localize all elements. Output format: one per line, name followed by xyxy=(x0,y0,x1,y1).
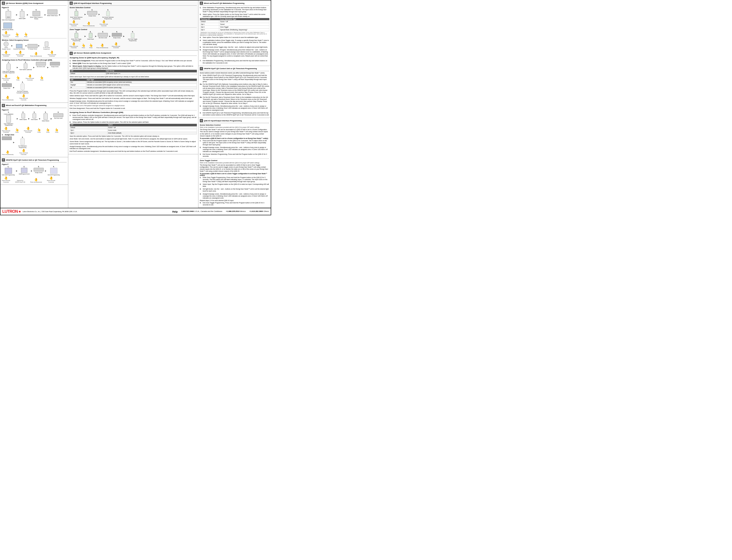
module-device xyxy=(34,168,44,171)
panel-g-header-top: G QSE-IO Input/Output Interface Programm… xyxy=(70,2,197,6)
panel-letter-d2: D xyxy=(70,52,73,55)
table-row: Opt 1 Scene mode xyxy=(70,129,197,132)
hand-icon: 🤚 xyxy=(6,96,9,99)
lutron-leaf-icon: ⬟ xyxy=(19,210,21,213)
step-label: Assign Zones xyxy=(35,172,42,173)
ws-cell: 'Scene + off' xyxy=(219,20,269,23)
d-step-8: Assign/Unassign zones. Simultaneously pr… xyxy=(70,100,197,104)
panel-title-e2: Wired seeTouch® QS Wallstation Programmi… xyxy=(204,2,244,4)
e-exit-step: 4. Exit Wallstation Programming xyxy=(16,136,29,148)
step-content: Select input. Tap the Program button on … xyxy=(203,183,269,187)
ws-footnote: * Wallstation must already be set up as … xyxy=(200,32,269,36)
hand-icon: 🤚 xyxy=(72,20,76,23)
press-e5: 👆 Press xyxy=(46,128,50,133)
table-row: IR Indicates an associated QSM IR receiv… xyxy=(70,86,197,89)
qse-device xyxy=(75,33,78,38)
step-content: For the GRAFIK Eye® QS (Optional; if ass… xyxy=(203,83,269,96)
phone-other: +1.610.282.3800 Others xyxy=(249,210,269,213)
step-content: Save the selected option. Press and hold… xyxy=(70,135,197,137)
table-row: Opt 2 Zone Mode (default) xyxy=(70,132,197,134)
arrow: ▶ xyxy=(39,118,40,120)
grafik-device xyxy=(21,168,27,173)
fr-step-2b: 2b. For the QS Timeclock: Add a Timecloc… xyxy=(200,96,269,104)
panel-letter-d: D xyxy=(2,2,5,5)
step-content: Assign/Unassign zones. All types: Simult… xyxy=(203,49,269,59)
f-intro: Scene buttons and/or remote timeclock ev… xyxy=(200,72,269,74)
step-content: For the QS Timeclock: Add a Timeclock Ev… xyxy=(203,96,269,104)
option-table: LED Option Default Scene + off Opt 1 Sce… xyxy=(70,124,197,134)
e-exit-row: 🤚 Press simultaneously 🤚 Press and hold3… xyxy=(2,149,67,155)
table-cell-group: QSM wired inputs 1-4. xyxy=(105,72,197,75)
sensor-illus: SelectDaylight Sensor xyxy=(2,42,11,50)
ws-cell: Default xyxy=(200,20,219,23)
step-label: Assign Zone xyxy=(3,87,10,89)
step-num: 2. xyxy=(23,111,24,113)
hand-icon: 🤚 xyxy=(50,51,54,54)
table-cell-led: Default xyxy=(70,72,105,75)
simult-f: 🤚 Press simultaneously xyxy=(30,178,42,183)
phone-mx-label: México xyxy=(240,210,246,212)
step-num: 2. xyxy=(23,166,25,167)
pico-section-title: Assigning Zones to Pico® Wireless Contro… xyxy=(2,59,67,61)
e-step-2b: 2. Save Option xyxy=(31,111,38,120)
step-content: The Energi Savr Node™ unit can be associ… xyxy=(200,129,269,137)
d-pico-6: Assign/Unassign zones. Simultaneously pr… xyxy=(70,145,197,150)
caption: 4. Assign Zones xyxy=(28,48,37,50)
panel-e-right-header: E Wired seeTouch® QS Wallstation Program… xyxy=(200,2,269,6)
caption: Press xyxy=(24,36,27,37)
step-content: Press and hold the Program button on the… xyxy=(203,140,269,146)
hand-icon: 🤚 xyxy=(18,51,22,54)
input-group-table: LED Input Group Default QSM wired inputs… xyxy=(70,70,197,75)
d-pico-4: Zone Mode: Set zone levels. Use the and … xyxy=(70,138,197,140)
press-illus2: 👆 Press xyxy=(16,76,20,81)
table-row: Daylight Indicates an associated QSM day… xyxy=(70,84,197,87)
press-e4: 👆 Press xyxy=(37,128,41,133)
caption: Press and hold3 seconds xyxy=(70,46,78,49)
caption: Press and hold3 seconds xyxy=(47,180,55,183)
ws-cell: 'Scene' xyxy=(219,23,269,26)
hand-icon: 👆 xyxy=(15,33,19,36)
arrow: ▶ xyxy=(51,118,52,120)
press-illus: 🤚 Press simultaneously xyxy=(30,52,42,57)
fig-f-steps: 1. Enter QS Programming ▶ 2. Add/Program… xyxy=(2,166,67,176)
ws-cell: Opt 2 xyxy=(200,26,219,28)
ws-row: Opt 2 'Zone Toggle' xyxy=(200,26,269,28)
arrow: ▶ xyxy=(45,170,46,172)
step-num: 3. xyxy=(6,81,7,83)
step-content: Assign/Unassign zones. Simultaneously pr… xyxy=(203,193,269,199)
table-cell: Zone Mode (default) xyxy=(107,132,197,134)
hand-icon: 👆 xyxy=(82,44,85,47)
f-step-2: 2. Add/Program Event xyxy=(19,166,30,175)
step-num: 3. xyxy=(45,111,46,113)
fig-step-4: Wired: Select Input xyxy=(47,9,58,16)
arrow: ▶ xyxy=(31,170,32,172)
caption: Press and hold3 seconds xyxy=(2,180,10,183)
panel-title-e: Wired seeTouch® QS Wallstation Programmi… xyxy=(6,104,47,106)
arrow: ▶ xyxy=(17,66,18,68)
gr-divider xyxy=(200,158,269,159)
d-step-7: Wireless Daylight sensor: Press and hold… xyxy=(70,97,197,99)
step-num: 2. xyxy=(90,31,91,33)
g-step-1: 1. Enter Scene Selection Programming xyxy=(70,9,83,19)
panel-letter-g2: G xyxy=(200,119,203,122)
er-step-3: 3. Save option. Press the Option button … xyxy=(200,36,269,38)
panel-e-right: E Wired seeTouch® QS Wallstation Program… xyxy=(198,0,271,66)
step-label: Enter Pico® Wireless Controller Assignme… xyxy=(2,71,15,74)
divider2 xyxy=(2,58,67,58)
qse-exit xyxy=(131,33,134,38)
d-pico-3: Save the selected option. Press and hold… xyxy=(70,135,197,137)
step-num: 2. xyxy=(200,146,202,152)
step-label: Exit Pico® Wireless Controller Assignmen… xyxy=(16,91,29,94)
d-pico-2: 2. Setup options. Press the Option butto… xyxy=(70,121,197,123)
hand-icon: 👆 xyxy=(24,33,28,36)
ws-row: Opt 1 'Scene' xyxy=(200,23,269,26)
caption: Press and hold3 seconds xyxy=(24,130,32,133)
step-label: Select Button xyxy=(42,120,49,122)
table-cell: Default xyxy=(70,126,108,129)
phone-other-label: Others xyxy=(263,210,269,212)
pico-step-2: 2. Save Option (optional) xyxy=(19,61,32,70)
fig-d-steps: 1. Enter Zone Assignment ▶ 2. Select QSM… xyxy=(2,9,67,30)
footer-address: Lutron Electronics Co., Inc. | 7200 Sute… xyxy=(23,211,77,212)
hand-icon: 🤚 xyxy=(100,44,104,47)
step-label: Exit Wallstation Programming xyxy=(16,145,29,148)
